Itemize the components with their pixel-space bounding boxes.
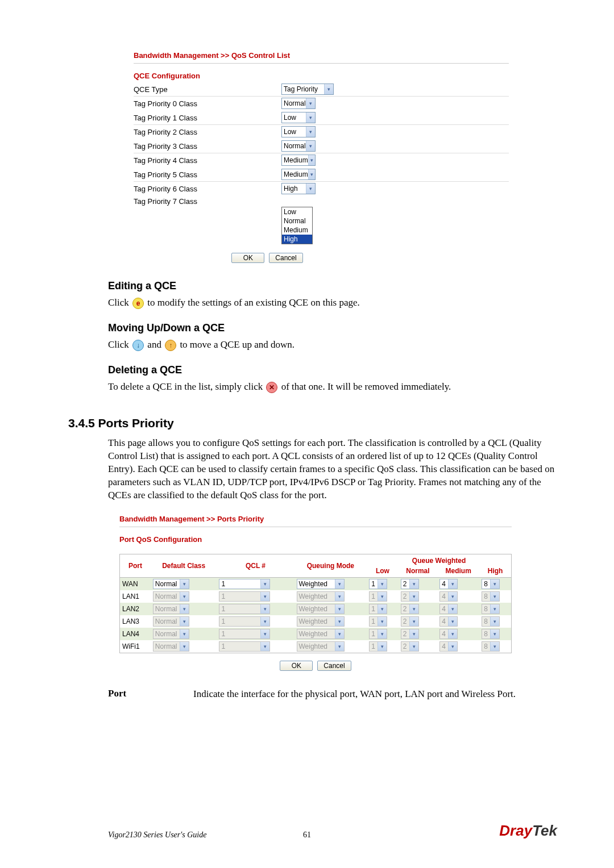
class-select[interactable]: Normal▾ (281, 98, 316, 109)
chevron-down-icon: ▾ (260, 617, 269, 626)
delete-icon: ✕ (266, 382, 277, 393)
chevron-down-icon: ▾ (335, 604, 344, 614)
class-select[interactable]: Low▾ (281, 126, 316, 137)
cell-select[interactable]: 1▾ (369, 579, 387, 589)
cell-select[interactable]: Normal▾ (153, 579, 189, 589)
chevron-down-icon: ▾ (335, 579, 344, 589)
chevron-down-icon: ▾ (306, 127, 315, 137)
qce-config-title: QCE Configuration (134, 72, 557, 80)
port-description: Port Indicate the interface for the phys… (108, 688, 557, 701)
dropdown-option[interactable]: High (282, 235, 312, 244)
class-select[interactable]: Low▾ (281, 112, 316, 123)
table-row: WANNormal▾1▾Weighted▾1▾2▾4▾8▾ (120, 577, 512, 590)
cell-select[interactable]: 8▾ (482, 579, 500, 589)
class-select[interactable]: Medium▾ (281, 169, 316, 180)
table-row: QCE TypeTag Priority▾ (134, 82, 509, 97)
chevron-down-icon: ▾ (180, 592, 189, 601)
chevron-down-icon: ▾ (409, 592, 418, 601)
col-normal: Normal (399, 565, 437, 578)
dropdown-option[interactable]: Normal (282, 216, 312, 226)
qce-config-table: QCE TypeTag Priority▾Tag Priority 0 Clas… (134, 82, 509, 207)
dropdown-option[interactable]: Low (282, 207, 312, 216)
cancel-button[interactable]: Cancel (317, 661, 351, 671)
chevron-down-icon: ▾ (260, 642, 269, 651)
port-cell: LAN3 (120, 615, 151, 628)
cell-select: 4▾ (439, 629, 458, 639)
cell-select[interactable]: 2▾ (401, 579, 419, 589)
breadcrumb: Bandwidth Management >> Ports Priority (119, 515, 557, 523)
moving-text: Click ↓ and ↑ to move a QCE up and down. (108, 339, 557, 352)
text: to modify the settings of an existing QC… (147, 297, 360, 308)
row-label: Tag Priority 2 Class (134, 125, 281, 139)
chevron-down-icon: ▾ (490, 642, 499, 651)
ok-button[interactable]: OK (231, 253, 264, 263)
priority-dropdown-open[interactable]: LowNormalMediumHigh (281, 207, 313, 244)
cell-select[interactable]: 4▾ (439, 579, 458, 589)
port-cell: LAN1 (120, 590, 151, 603)
chevron-down-icon: ▾ (180, 617, 189, 626)
edit-icon: e (132, 298, 144, 309)
table-row: Tag Priority 6 ClassHigh▾ (134, 182, 509, 196)
cell-select: Weighted▾ (297, 641, 345, 652)
cell-select: 8▾ (482, 629, 500, 639)
col-qcl: QCL # (217, 554, 294, 577)
col-queue-weighted: Queue Weighted (367, 554, 511, 565)
chevron-down-icon: ▾ (306, 112, 315, 123)
dropdown-option[interactable]: Medium (282, 226, 312, 235)
col-default-class: Default Class (151, 554, 217, 577)
table-row: LAN1Normal▾1▾Weighted▾1▾2▾4▾8▾ (120, 590, 512, 603)
chevron-down-icon: ▾ (180, 642, 189, 651)
cell-select: 4▾ (439, 641, 458, 652)
ok-button[interactable]: OK (280, 661, 313, 671)
chevron-down-icon: ▾ (490, 579, 499, 589)
chevron-down-icon: ▾ (306, 141, 315, 151)
table-row: LAN3Normal▾1▾Weighted▾1▾2▾4▾8▾ (120, 615, 512, 628)
col-low: Low (367, 565, 399, 578)
chevron-down-icon: ▾ (409, 617, 418, 626)
cell-select: 8▾ (482, 641, 500, 652)
class-select[interactable]: Medium▾ (281, 155, 316, 166)
cell-select: 8▾ (482, 616, 500, 627)
text: and (147, 339, 164, 350)
cancel-button[interactable]: Cancel (269, 253, 302, 263)
divider (119, 527, 512, 527)
cell-select: 1▾ (219, 629, 270, 639)
table-row: LAN4Normal▾1▾Weighted▾1▾2▾4▾8▾ (120, 628, 512, 640)
cell-select: 2▾ (401, 591, 419, 602)
cell-select: Weighted▾ (297, 591, 345, 602)
chevron-down-icon: ▾ (324, 84, 333, 94)
cell-select[interactable]: Weighted▾ (297, 579, 345, 589)
chevron-down-icon: ▾ (377, 629, 387, 639)
cell-select: 4▾ (439, 616, 458, 627)
divider (134, 63, 509, 64)
chevron-down-icon: ▾ (335, 592, 344, 601)
class-select[interactable]: High▾ (281, 183, 316, 194)
text: Click (108, 297, 131, 308)
class-select[interactable]: Normal▾ (281, 140, 316, 152)
table-row: Tag Priority 5 ClassMedium▾ (134, 168, 509, 182)
col-high: High (479, 565, 511, 578)
chevron-down-icon: ▾ (448, 617, 457, 626)
port-cell: WAN (120, 577, 151, 590)
row-label: QCE Type (134, 82, 281, 97)
chevron-down-icon: ▾ (409, 579, 418, 589)
cell-select: 1▾ (219, 616, 270, 627)
cell-select: 4▾ (439, 604, 458, 614)
table-row: Tag Priority 2 ClassLow▾ (134, 125, 509, 139)
brand-logo: DrayTek (499, 822, 557, 840)
cell-select[interactable]: 1▾ (219, 579, 270, 589)
chevron-down-icon: ▾ (260, 579, 269, 589)
chevron-down-icon: ▾ (306, 98, 315, 108)
footer-guide: Vigor2130 Series User's Guide (108, 831, 206, 840)
cell-select: Normal▾ (153, 591, 189, 602)
move-up-icon: ↑ (165, 340, 176, 351)
brand-tek: Tek (532, 822, 557, 839)
chevron-down-icon: ▾ (448, 642, 457, 651)
ports-config-title: Port QoS Configuration (119, 535, 557, 544)
table-row: Tag Priority 4 ClassMedium▾ (134, 153, 509, 168)
cell-select: 1▾ (369, 641, 387, 652)
class-select[interactable]: Tag Priority▾ (281, 84, 334, 95)
row-label: Tag Priority 7 Class (134, 196, 281, 207)
chevron-down-icon: ▾ (490, 592, 499, 601)
table-row: LAN2Normal▾1▾Weighted▾1▾2▾4▾8▾ (120, 603, 512, 615)
